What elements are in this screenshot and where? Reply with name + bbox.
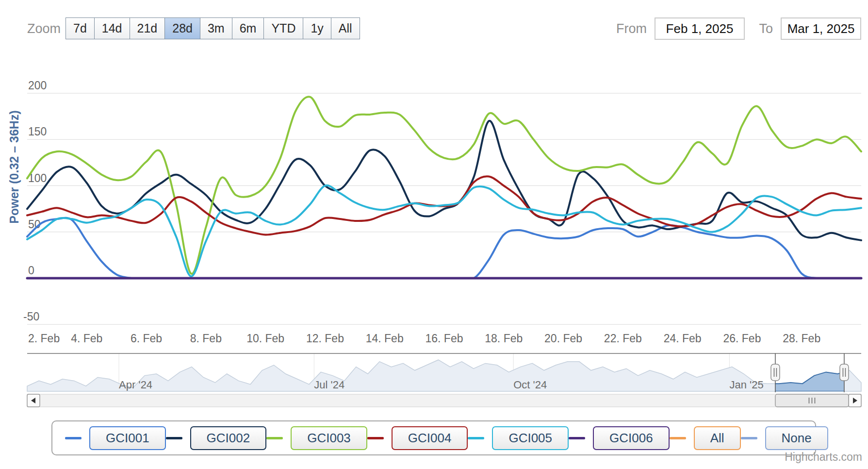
scrollbar-right-arrow[interactable] (849, 394, 861, 407)
svg-text:200: 200 (28, 79, 47, 92)
legend-marker-none (741, 437, 757, 439)
to-date-input[interactable]: Mar 1, 2025 (781, 17, 861, 40)
svg-text:150: 150 (28, 125, 47, 138)
zoom-button-21d[interactable]: 21d (130, 17, 165, 39)
navigator[interactable]: Apr '24Jul '24Oct '24Jan '25 (27, 353, 861, 392)
navigator-label: Apr '24 (119, 379, 152, 391)
navigator-handle-left[interactable] (771, 364, 780, 381)
svg-text:20. Feb: 20. Feb (544, 332, 582, 345)
svg-text:12. Feb: 12. Feb (306, 332, 344, 345)
legend-item-gci001: GCI001 (65, 426, 166, 450)
scrollbar-thumb[interactable] (775, 394, 849, 407)
legend-item-all: All (670, 426, 741, 450)
zoom-button-ytd[interactable]: YTD (263, 17, 303, 39)
svg-text:10. Feb: 10. Feb (246, 332, 284, 345)
scrollbar-track (27, 394, 861, 407)
legend: GCI001GCI002GCI003GCI004GCI005GCI006AllN… (51, 420, 816, 455)
highcharts-credit[interactable]: Highcharts.com (785, 451, 862, 464)
svg-text:18. Feb: 18. Feb (485, 332, 523, 345)
zoom-button-14d[interactable]: 14d (94, 17, 130, 39)
from-label: From (616, 21, 647, 36)
svg-text:-50: -50 (23, 310, 39, 323)
legend-marker-gci001 (65, 437, 82, 439)
legend-button-gci004[interactable]: GCI004 (392, 426, 468, 450)
legend-button-gci003[interactable]: GCI003 (291, 426, 367, 450)
navigator-label: Jan '25 (729, 379, 763, 391)
zoom-button-1y[interactable]: 1y (303, 17, 331, 39)
y-axis-labels: 200150100500-50 (23, 79, 47, 323)
legend-marker-all (670, 437, 686, 439)
legend-button-none[interactable]: None (765, 426, 828, 450)
legend-marker-gci002 (166, 437, 182, 439)
svg-text:4. Feb: 4. Feb (71, 332, 102, 345)
scrollbar[interactable] (27, 394, 861, 407)
svg-text:8. Feb: 8. Feb (190, 332, 222, 345)
to-label: To (759, 21, 773, 36)
legend-marker-gci004 (367, 437, 384, 439)
y-axis-title: Power (0.32 – 36Hz) (7, 110, 21, 223)
chart-area[interactable]: 200150100500-50 2. Feb4. Feb6. Feb8. Feb… (0, 49, 868, 410)
series-line-gci003[interactable] (27, 97, 861, 274)
zoom-button-3m[interactable]: 3m (200, 17, 232, 39)
legend-marker-gci003 (266, 437, 283, 439)
navigator-handle-right[interactable] (840, 364, 849, 381)
svg-text:16. Feb: 16. Feb (426, 332, 463, 345)
series-lines[interactable] (27, 97, 861, 278)
svg-text:22. Feb: 22. Feb (604, 332, 642, 345)
legend-item-none: None (741, 426, 828, 450)
zoom-button-all[interactable]: All (331, 17, 360, 39)
legend-item-gci005: GCI005 (468, 426, 569, 450)
highcharts-stock-chart: Zoom 7d14d21d28d3m6mYTD1yAll From Feb 1,… (0, 0, 868, 469)
series-line-gci005[interactable] (27, 185, 861, 276)
legend-item-gci003: GCI003 (266, 426, 367, 450)
svg-text:14. Feb: 14. Feb (366, 332, 404, 345)
zoom-button-7d[interactable]: 7d (66, 17, 95, 39)
zoom-button-28d[interactable]: 28d (164, 17, 200, 39)
legend-button-all[interactable]: All (694, 426, 741, 450)
series-line-gci001[interactable] (27, 218, 861, 278)
x-axis-labels: 2. Feb4. Feb6. Feb8. Feb10. Feb12. Feb14… (28, 332, 820, 345)
zoom-button-group: 7d14d21d28d3m6mYTD1yAll (66, 17, 360, 39)
svg-text:6. Feb: 6. Feb (131, 332, 162, 345)
legend-button-gci006[interactable]: GCI006 (593, 426, 670, 450)
legend-marker-gci006 (569, 437, 585, 439)
svg-text:0: 0 (28, 264, 34, 277)
svg-text:2. Feb: 2. Feb (28, 332, 60, 345)
svg-text:Power (0.32 – 36Hz): Power (0.32 – 36Hz) (7, 110, 21, 223)
legend-button-gci001[interactable]: GCI001 (89, 426, 166, 450)
legend-button-gci002[interactable]: GCI002 (190, 426, 267, 450)
svg-text:28. Feb: 28. Feb (783, 332, 820, 345)
range-selector-toolbar: Zoom 7d14d21d28d3m6mYTD1yAll From Feb 1,… (0, 17, 868, 40)
navigator-label: Jul '24 (314, 379, 344, 391)
svg-text:24. Feb: 24. Feb (664, 332, 702, 345)
legend-item-gci002: GCI002 (166, 426, 267, 450)
zoom-label: Zoom (27, 21, 61, 36)
navigator-label: Oct '24 (513, 379, 547, 391)
legend-item-gci004: GCI004 (367, 426, 468, 450)
legend-item-gci006: GCI006 (569, 426, 670, 450)
zoom-button-6m[interactable]: 6m (232, 17, 264, 39)
legend-marker-gci005 (468, 437, 484, 439)
from-date-input[interactable]: Feb 1, 2025 (655, 17, 745, 40)
legend-button-gci005[interactable]: GCI005 (492, 426, 569, 450)
scrollbar-left-arrow[interactable] (27, 394, 40, 407)
svg-text:26. Feb: 26. Feb (723, 332, 761, 345)
